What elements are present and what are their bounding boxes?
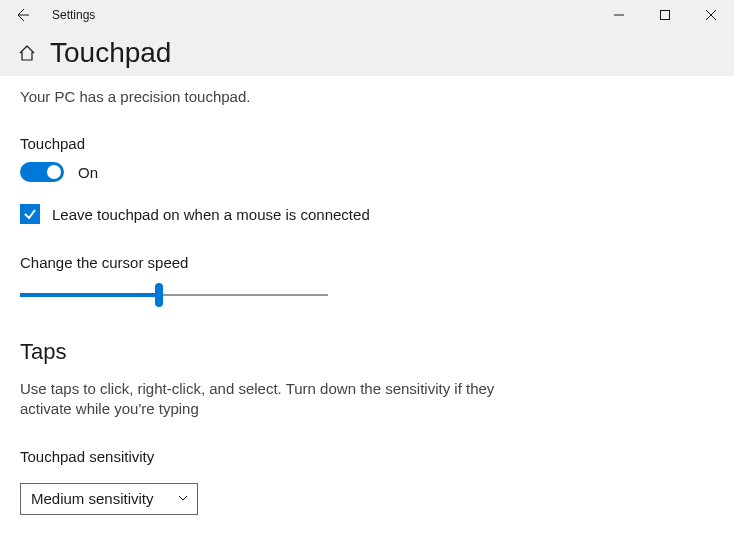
precision-touchpad-text: Your PC has a precision touchpad. [20,88,714,105]
minimize-icon [614,10,624,20]
home-button[interactable] [14,40,40,66]
maximize-icon [660,10,670,20]
checkmark-icon [23,207,37,221]
slider-thumb [155,283,163,307]
leave-touchpad-on-checkbox[interactable] [20,204,40,224]
touchpad-toggle-state: On [78,164,98,181]
taps-description: Use taps to click, right-click, and sele… [20,379,500,420]
taps-heading: Taps [20,339,714,365]
minimize-button[interactable] [596,0,642,30]
touchpad-toggle[interactable] [20,162,64,182]
window-title: Settings [52,8,95,22]
slider-fill [20,293,159,297]
sensitivity-dropdown[interactable]: Medium sensitivity [20,483,198,515]
sensitivity-label: Touchpad sensitivity [20,448,714,465]
chevron-down-icon [177,490,189,507]
touchpad-section-label: Touchpad [20,135,714,152]
cursor-speed-slider[interactable] [20,285,328,305]
leave-touchpad-on-label: Leave touchpad on when a mouse is connec… [52,206,370,223]
arrow-left-icon [14,7,30,23]
page-title: Touchpad [50,37,171,69]
cursor-speed-label: Change the cursor speed [20,254,714,271]
toggle-knob [47,165,61,179]
home-icon [18,44,36,62]
svg-rect-1 [661,11,670,20]
close-icon [706,10,716,20]
maximize-button[interactable] [642,0,688,30]
back-button[interactable] [0,0,44,30]
sensitivity-value: Medium sensitivity [31,490,154,507]
close-button[interactable] [688,0,734,30]
